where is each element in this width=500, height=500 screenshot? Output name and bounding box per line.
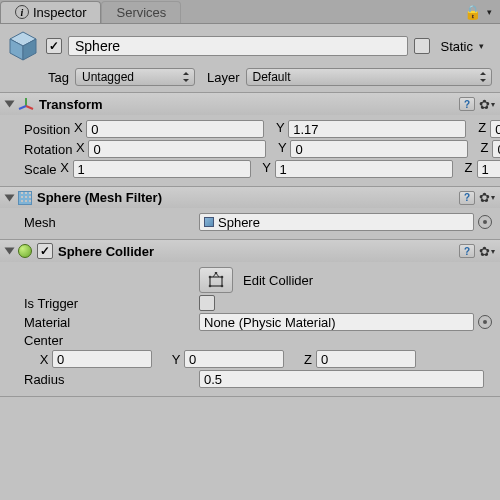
scale-z[interactable] — [477, 160, 500, 178]
help-icon[interactable]: ? — [459, 97, 475, 111]
tab-inspector[interactable]: i Inspector — [0, 1, 101, 23]
scale-y[interactable] — [275, 160, 453, 178]
gear-icon[interactable]: ✿▾ — [480, 244, 494, 258]
is-trigger-checkbox[interactable] — [199, 295, 215, 311]
object-header: Static ▾ — [0, 24, 500, 66]
tab-label: Inspector — [33, 5, 86, 20]
svg-rect-6 — [210, 277, 222, 286]
transform-component: Transform ? ✿▾ Position X Y Z Rotation X… — [0, 93, 500, 187]
static-dropdown[interactable]: ▾ — [479, 41, 484, 51]
static-label: Static — [440, 39, 473, 54]
foldout-icon[interactable] — [5, 101, 15, 108]
rotation-label: Rotation — [24, 142, 72, 157]
gameobject-icon[interactable] — [6, 29, 40, 63]
object-name-input[interactable] — [68, 36, 408, 56]
tab-bar: i Inspector Services 🔒 ▾ — [0, 0, 500, 24]
sphere-collider-icon — [18, 244, 32, 258]
lock-icon[interactable]: 🔒 — [464, 4, 481, 20]
svg-point-9 — [209, 285, 212, 288]
edit-collider-button[interactable] — [199, 267, 233, 293]
layer-label: Layer — [207, 70, 240, 85]
component-header[interactable]: Sphere Collider ? ✿▾ — [0, 240, 500, 262]
component-title: Sphere Collider — [58, 244, 454, 259]
gear-icon[interactable]: ✿▾ — [480, 97, 494, 111]
position-x[interactable] — [86, 120, 264, 138]
material-field[interactable]: None (Physic Material) — [199, 313, 474, 331]
component-header[interactable]: Transform ? ✿▾ — [0, 93, 500, 115]
rotation-z[interactable] — [492, 140, 500, 158]
panel-menu[interactable]: ▾ — [487, 7, 492, 17]
center-z[interactable] — [316, 350, 416, 368]
center-label: Center — [24, 333, 199, 348]
svg-line-4 — [26, 106, 33, 109]
gear-icon[interactable]: ✿▾ — [480, 191, 494, 205]
mesh-field[interactable]: Sphere — [199, 213, 474, 231]
edit-collider-label: Edit Collider — [243, 273, 313, 288]
object-picker-icon[interactable] — [478, 215, 492, 229]
component-title: Transform — [39, 97, 454, 112]
scale-x[interactable] — [73, 160, 251, 178]
tab-services[interactable]: Services — [101, 1, 181, 23]
radius-field[interactable] — [199, 370, 484, 388]
static-checkbox[interactable] — [414, 38, 430, 54]
help-icon[interactable]: ? — [459, 244, 475, 258]
mesh-filter-icon — [18, 191, 32, 205]
sphere-collider-component: Sphere Collider ? ✿▾ Edit Collider Is Tr… — [0, 240, 500, 397]
rotation-y[interactable] — [290, 140, 468, 158]
component-title: Sphere (Mesh Filter) — [37, 190, 454, 205]
scale-label: Scale — [24, 162, 57, 177]
tag-label: Tag — [48, 70, 69, 85]
svg-point-7 — [209, 276, 212, 279]
radius-label: Radius — [24, 372, 199, 387]
transform-icon — [18, 96, 34, 112]
object-picker-icon[interactable] — [478, 315, 492, 329]
foldout-icon[interactable] — [5, 248, 15, 255]
component-enabled-checkbox[interactable] — [37, 243, 53, 259]
layer-select[interactable]: Default — [246, 68, 493, 86]
mesh-filter-component: Sphere (Mesh Filter) ? ✿▾ Mesh Sphere — [0, 187, 500, 240]
tag-select[interactable]: Untagged — [75, 68, 195, 86]
enabled-checkbox[interactable] — [46, 38, 62, 54]
mesh-icon — [204, 217, 214, 227]
foldout-icon[interactable] — [5, 194, 15, 201]
help-icon[interactable]: ? — [459, 191, 475, 205]
rotation-x[interactable] — [88, 140, 266, 158]
position-label: Position — [24, 122, 70, 137]
center-x[interactable] — [52, 350, 152, 368]
component-header[interactable]: Sphere (Mesh Filter) ? ✿▾ — [0, 187, 500, 208]
position-y[interactable] — [288, 120, 466, 138]
is-trigger-label: Is Trigger — [24, 296, 199, 311]
info-icon: i — [15, 5, 29, 19]
tag-layer-row: Tag Untagged Layer Default — [0, 66, 500, 93]
tab-label: Services — [116, 5, 166, 20]
mesh-label: Mesh — [24, 215, 199, 230]
svg-point-10 — [221, 285, 224, 288]
center-y[interactable] — [184, 350, 284, 368]
svg-point-8 — [221, 276, 224, 279]
position-z[interactable] — [490, 120, 500, 138]
material-label: Material — [24, 315, 199, 330]
svg-line-5 — [19, 106, 26, 109]
